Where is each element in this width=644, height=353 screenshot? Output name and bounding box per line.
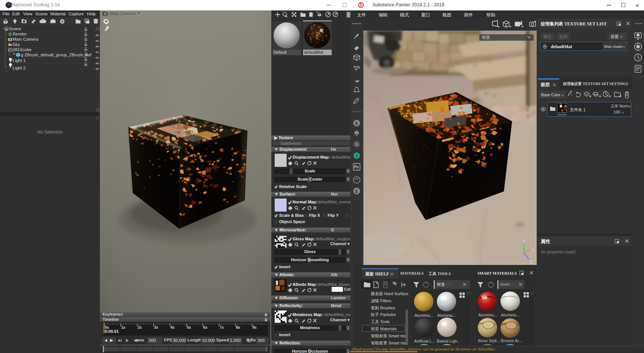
svg-text:Ps: Ps [354,165,359,169]
svg-text:材质: 材质 [482,35,490,40]
svg-text:$: $ [355,189,358,194]
svg-text:1s: 1s [121,325,126,329]
svg-text:0:00.01: 0:00.01 [105,329,119,334]
svg-text:$: $ [355,121,358,126]
svg-text:S: S [355,142,358,147]
svg-text:9s: 9s [252,325,257,329]
svg-text:7s: 7s [220,325,224,329]
svg-text:6s: 6s [203,325,208,329]
svg-text:Y: Y [522,238,525,244]
svg-text:3s: 3s [154,325,158,329]
svg-text:Z: Z [530,259,533,265]
svg-text:2s: 2s [138,325,142,329]
svg-text:5s: 5s [187,325,191,329]
svg-text:8s: 8s [236,325,240,329]
svg-text:4s: 4s [170,325,175,329]
svg-text:x: x [532,247,534,252]
